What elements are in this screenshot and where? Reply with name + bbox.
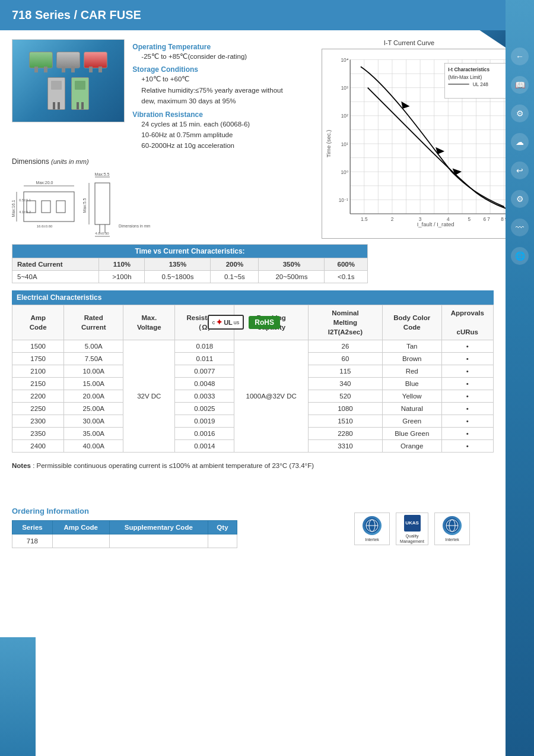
tvc-rated-current: 5~40A <box>12 270 99 283</box>
main-content: 718 Series / CAR FUSE <box>0 0 506 557</box>
elec-body-color: Tan <box>382 340 441 353</box>
elec-header-amp-code: AmpCode <box>12 305 64 340</box>
elec-nominal-melting: 1510 <box>309 415 383 428</box>
tvc-200-value: 0.1~5s <box>211 270 259 283</box>
elec-resistance: 0.018 <box>175 340 234 353</box>
elec-amp-code: 2350 <box>12 428 64 440</box>
sidebar-icon-gear[interactable]: ⚙ <box>511 190 529 208</box>
page-title: 718 Series / CAR FUSE <box>12 8 494 22</box>
svg-text:10²: 10² <box>341 113 348 119</box>
elec-rated-current: 7.50A <box>64 353 123 365</box>
elec-amp-code: 2150 <box>12 378 64 390</box>
elec-amp-code: 2200 <box>12 390 64 403</box>
elec-header-max-voltage: Max.Voltage <box>123 305 175 340</box>
elec-max-voltage: 32V DC <box>123 340 175 453</box>
elec-resistance: 0.0048 <box>175 378 234 390</box>
elec-breaking-capacity: 1000A@32V DC <box>234 340 309 453</box>
elec-rated-current: 30.00A <box>64 415 123 428</box>
certification-badges: c ✦ UL us RoHS <box>208 315 280 330</box>
elec-body-color: Blue <box>382 378 441 390</box>
svg-text:UL 248: UL 248 <box>473 82 489 87</box>
svg-text:3: 3 <box>419 217 422 222</box>
svg-rect-60 <box>95 183 110 224</box>
tvc-section-title: Time vs Current Characteristics: <box>12 244 368 258</box>
svg-text:4.0±0.30: 4.0±0.30 <box>95 232 109 235</box>
svg-marker-0 <box>488 661 503 708</box>
elec-approvals: • <box>441 340 493 353</box>
sidebar-icon-globe[interactable]: 🌐 <box>511 247 529 265</box>
svg-text:Max:5.5: Max:5.5 <box>82 198 87 213</box>
elec-nominal-melting: 60 <box>309 353 383 365</box>
elec-body-color: Blue Green <box>382 428 441 440</box>
operating-temp-value: -25℃ to +85℃(consider de-rating) <box>141 51 284 62</box>
svg-text:10⁰: 10⁰ <box>341 170 348 175</box>
elec-resistance: 0.0014 <box>175 440 234 453</box>
storage-label: Storage Conditions <box>132 65 284 74</box>
svg-text:4: 4 <box>447 217 450 222</box>
svg-rect-54 <box>56 201 65 213</box>
elec-rated-current: 40.00A <box>64 440 123 453</box>
ordering-series: 718 <box>12 534 53 548</box>
elec-body-color: Orange <box>382 440 441 453</box>
lightning-decoration <box>482 661 506 708</box>
operating-temp-label: Operating Temperature <box>132 43 284 51</box>
svg-text:Max:20.0: Max:20.0 <box>36 181 53 185</box>
elec-resistance: 0.0016 <box>175 428 234 440</box>
tvc-header-110: 110% <box>99 258 145 270</box>
tvc-350-value: 20~500ms <box>259 270 325 283</box>
elec-nominal-melting: 520 <box>309 390 383 403</box>
vibration-label: Vibration Resistance <box>132 110 284 119</box>
intertek-circle-1 <box>363 516 382 535</box>
svg-text:I_fault / I_rated: I_fault / I_rated <box>417 221 454 227</box>
elec-approvals: • <box>441 353 493 365</box>
ordering-header-qty: Qty <box>208 521 237 534</box>
tvc-110-value: >100h <box>99 270 145 283</box>
elec-approvals: • <box>441 378 493 390</box>
elec-rated-current: 5.00A <box>64 340 123 353</box>
chart-title: I-T Current Curve <box>322 39 497 46</box>
elec-rated-current: 15.00A <box>64 378 123 390</box>
product-image <box>12 39 125 122</box>
ordering-qty <box>208 534 237 548</box>
tvc-header-200: 200% <box>211 258 259 270</box>
notes-section: Notes : Permissible continuous operating… <box>0 457 506 474</box>
ordering-row: 718 <box>12 534 237 548</box>
elec-body-color: Yellow <box>382 390 441 403</box>
tvc-header-rated-current: Rated Current <box>12 258 99 270</box>
svg-text:2: 2 <box>391 217 394 222</box>
elec-body-color: Natural <box>382 403 441 415</box>
elec-resistance: 0.0077 <box>175 365 234 378</box>
elec-data-row: 15005.00A32V DC0.0181000A@32V DC26Tan• <box>12 340 494 353</box>
sidebar-icon-settings[interactable]: ⚙ <box>511 105 529 122</box>
sidebar-icon-book[interactable]: 📖 <box>511 76 529 94</box>
storage-line2: Relative humidity:≤75% yearly average wi… <box>141 85 284 107</box>
elec-amp-code: 2100 <box>12 365 64 378</box>
right-sidebar: ← 📖 ⚙ ☁ ↩ ⚙ 〰 🌐 <box>506 0 534 756</box>
svg-text:(Min-Max Limit): (Min-Max Limit) <box>448 75 482 80</box>
elec-header-body-color: Body ColorCode <box>382 305 441 340</box>
tvc-table: Time vs Current Characteristics: Rated C… <box>12 244 368 283</box>
tvc-table-container: Time vs Current Characteristics: Rated C… <box>0 244 506 283</box>
tvc-data-row: 5~40A >100h 0.5~1800s 0.1~5s 20~500ms <0… <box>12 270 368 283</box>
sidebar-icon-wave[interactable]: 〰 <box>511 219 529 236</box>
ordering-header-series: Series <box>12 521 53 534</box>
svg-rect-53 <box>42 201 50 213</box>
elec-body-color: Brown <box>382 353 441 365</box>
elec-amp-code: 2300 <box>12 415 64 428</box>
tvc-135-value: 0.5~1800s <box>145 270 211 283</box>
svg-text:10¹: 10¹ <box>341 142 348 147</box>
ordering-supp-code <box>109 534 208 548</box>
elec-nominal-melting: 3310 <box>309 440 383 453</box>
elec-rated-current: 35.00A <box>64 428 123 440</box>
elec-approvals: • <box>441 403 493 415</box>
elec-header-nominal: NominalMeltingI2T(A2sec) <box>309 305 383 340</box>
notes-text: : Permissible continuous operating curre… <box>33 462 314 469</box>
elec-amp-code: 2250 <box>12 403 64 415</box>
elec-nominal-melting: 2280 <box>309 428 383 440</box>
sidebar-icon-back[interactable]: ← <box>511 48 529 65</box>
ukas-logo: UKAS Quality Management <box>396 513 428 545</box>
elec-rated-current: 25.00A <box>64 403 123 415</box>
elec-header-rated-current: RatedCurrent <box>64 305 123 340</box>
sidebar-icon-return[interactable]: ↩ <box>511 162 529 179</box>
sidebar-icon-cloud[interactable]: ☁ <box>511 133 529 151</box>
